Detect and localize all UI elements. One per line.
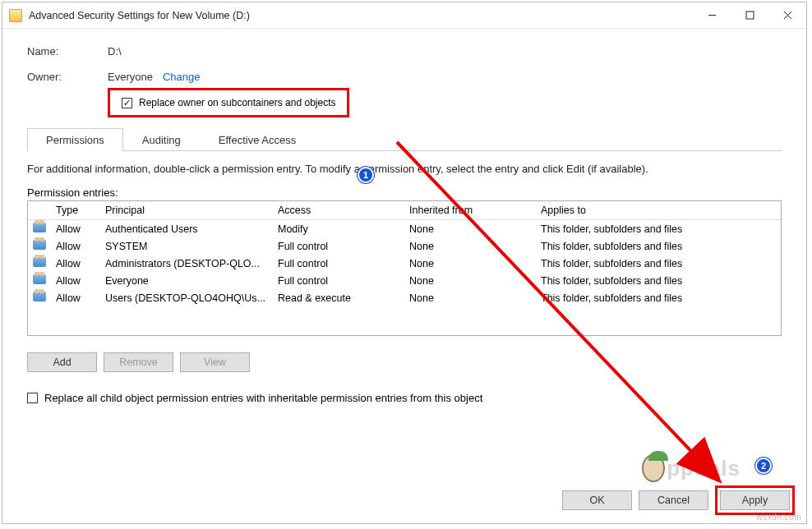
watermark-logo: ppuals: [642, 454, 740, 482]
users-icon: [33, 257, 46, 267]
remove-button[interactable]: Remove: [104, 352, 173, 372]
replace-child-checkbox[interactable]: [27, 393, 38, 403]
minimize-button[interactable]: [693, 3, 731, 28]
cell-applies: This folder, subfolders and files: [536, 220, 781, 238]
cell-applies: This folder, subfolders and files: [536, 289, 781, 306]
cell-principal: Authenticated Users: [100, 220, 273, 238]
window-controls: [693, 3, 806, 28]
replace-child-row: Replace all child object permission entr…: [27, 392, 782, 404]
cell-principal: Administrators (DESKTOP-QLO...: [100, 255, 273, 272]
tab-effective-access[interactable]: Effective Access: [200, 128, 315, 151]
maximize-button[interactable]: [731, 3, 768, 28]
change-owner-link[interactable]: Change: [163, 71, 201, 83]
cell-access: Full control: [273, 255, 404, 272]
apply-highlight: Apply: [715, 485, 795, 515]
cell-principal: Everyone: [100, 272, 273, 289]
add-button[interactable]: Add: [27, 352, 97, 372]
cell-inherited: None: [404, 237, 536, 255]
replace-owner-highlight: Replace owner on subcontainers and objec…: [108, 88, 349, 117]
cell-access: Read & execute: [273, 289, 404, 306]
instructions-text: For additional information, double-click…: [27, 163, 782, 175]
users-icon: [33, 223, 46, 232]
cell-applies: This folder, subfolders and files: [536, 272, 781, 289]
cell-inherited: None: [404, 289, 536, 306]
view-button[interactable]: View: [180, 352, 250, 372]
cell-type: Allow: [51, 255, 100, 272]
folder-icon: [9, 9, 22, 22]
owner-row: Owner: Everyone Change: [27, 71, 782, 83]
col-applies[interactable]: Applies to: [536, 201, 781, 220]
watermark-mascot-icon: [642, 454, 665, 482]
svg-rect-1: [746, 12, 754, 19]
tab-strip: Permissions Auditing Effective Access: [27, 127, 782, 151]
tab-permissions[interactable]: Permissions: [27, 128, 123, 151]
cell-type: Allow: [51, 237, 100, 255]
replace-owner-label: Replace owner on subcontainers and objec…: [139, 97, 335, 108]
replace-child-label: Replace all child object permission entr…: [44, 392, 482, 404]
users-icon: [33, 240, 46, 250]
watermark-text: ppuals: [667, 456, 740, 481]
table-row[interactable]: AllowUsers (DESKTOP-QLO4OHQ\Us...Read & …: [28, 289, 781, 306]
table-row[interactable]: AllowAuthenticated UsersModifyNoneThis f…: [28, 220, 781, 238]
col-principal[interactable]: Principal: [100, 201, 273, 220]
cell-principal: Users (DESKTOP-QLO4OHQ\Us...: [100, 289, 273, 306]
name-value: D:\: [108, 45, 122, 58]
col-inherited[interactable]: Inherited from: [404, 201, 536, 220]
cell-inherited: None: [404, 220, 536, 238]
apply-button[interactable]: Apply: [720, 490, 790, 510]
close-button[interactable]: [768, 3, 806, 28]
cell-access: Full control: [273, 237, 404, 255]
permission-entries-label: Permission entries:: [27, 186, 782, 199]
cell-access: Modify: [273, 220, 404, 238]
tab-auditing[interactable]: Auditing: [123, 128, 200, 151]
dialog-buttons: OK Cancel Apply: [562, 485, 795, 515]
replace-owner-checkbox[interactable]: [122, 98, 132, 108]
name-row: Name: D:\: [27, 45, 782, 58]
owner-label: Owner:: [27, 71, 108, 83]
annotation-badge-2: 2: [755, 458, 772, 474]
users-icon: [33, 292, 46, 301]
users-icon: [33, 274, 46, 284]
cell-type: Allow: [51, 289, 100, 306]
dialog-content: Name: D:\ Owner: Everyone Change Replace…: [2, 29, 806, 404]
cell-applies: This folder, subfolders and files: [536, 255, 781, 272]
cell-type: Allow: [51, 272, 100, 289]
permission-entries-list[interactable]: Type Principal Access Inherited from App…: [27, 200, 782, 336]
name-label: Name:: [27, 45, 108, 58]
col-type[interactable]: Type: [51, 201, 100, 220]
entry-buttons: Add Remove View: [27, 352, 782, 372]
owner-value: Everyone: [108, 71, 153, 83]
table-row[interactable]: AllowSYSTEMFull controlNoneThis folder, …: [28, 237, 781, 255]
col-access[interactable]: Access: [273, 201, 404, 220]
table-row[interactable]: AllowEveryoneFull controlNoneThis folder…: [28, 272, 781, 289]
cell-access: Full control: [273, 272, 404, 289]
cell-type: Allow: [51, 220, 100, 238]
window-title: Advanced Security Settings for New Volum…: [29, 10, 693, 21]
cell-inherited: None: [404, 255, 536, 272]
watermark-site: wsxdn.com: [756, 513, 801, 522]
cell-inherited: None: [404, 272, 536, 289]
cell-principal: SYSTEM: [100, 237, 273, 255]
titlebar: Advanced Security Settings for New Volum…: [2, 2, 806, 29]
security-settings-window: Advanced Security Settings for New Volum…: [2, 2, 807, 524]
annotation-badge-1: 1: [358, 167, 374, 183]
cancel-button[interactable]: Cancel: [639, 490, 708, 510]
table-row[interactable]: AllowAdministrators (DESKTOP-QLO...Full …: [28, 255, 781, 272]
ok-button[interactable]: OK: [562, 490, 632, 510]
cell-applies: This folder, subfolders and files: [536, 237, 781, 255]
